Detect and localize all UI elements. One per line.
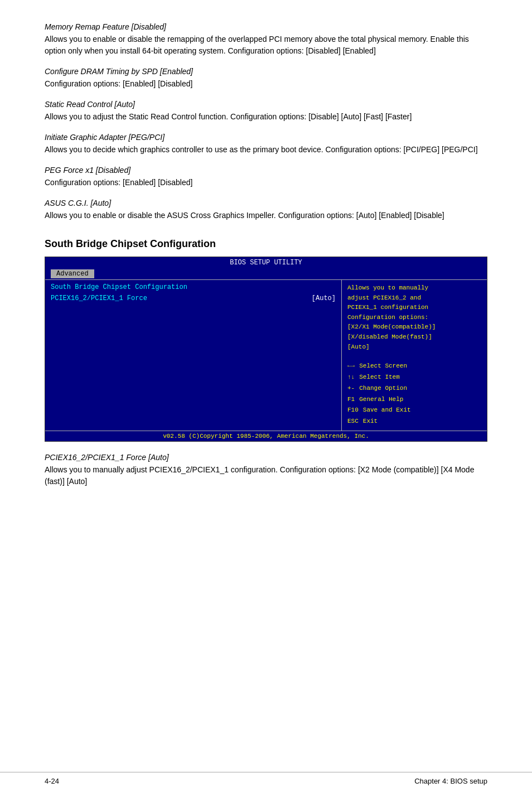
bios-pciex-label: PCIEX16_2/PCIEX1_1 Force: [51, 294, 147, 302]
bios-body: South Bridge Chipset Configuration PCIEX…: [45, 280, 487, 431]
bios-nav-screen: ←→ Select Screen: [347, 361, 481, 372]
bios-screen: BIOS SETUP UTILITY Advanced South Bridge…: [45, 257, 487, 442]
bios-nav-plusminus-icon: +-: [347, 383, 355, 394]
configure-dram-section: Configure DRAM Timing by SPD [Enabled] C…: [45, 67, 487, 90]
bios-nav-f10-key: F10: [347, 405, 359, 416]
bios-pciex-item: PCIEX16_2/PCIEX1_1 Force [Auto]: [51, 294, 336, 302]
bios-footer: v02.58 (C)Copyright 1985-2006, American …: [45, 431, 487, 441]
memory-remap-body: Allows you to enable or disable the rema…: [45, 33, 487, 57]
bios-title: BIOS SETUP UTILITY: [45, 257, 487, 268]
initiate-graphic-title: Initiate Graphic Adapter [PEG/PCI]: [45, 133, 487, 142]
bios-nav-item-select: ↑↓ Select Item: [347, 372, 481, 383]
bios-nav-arrows-icon: ←→: [347, 361, 355, 372]
bios-nav-f10-label: Save and Exit: [363, 405, 411, 416]
static-read-section: Static Read Control [Auto] Allows you to…: [45, 100, 487, 123]
bios-nav-f1-label: General Help: [359, 394, 403, 405]
south-bridge-heading: South Bridge Chipset Configuration: [45, 238, 487, 250]
memory-remap-section: Memory Remap Feature [Disabled] Allows y…: [45, 22, 487, 57]
peg-force-title: PEG Force x1 [Disabled]: [45, 166, 487, 175]
page-number: 4-24: [45, 777, 59, 785]
bios-tab-advanced[interactable]: Advanced: [51, 269, 94, 278]
bios-help-text: Allows you to manually adjust PCIEX16_2 …: [347, 283, 481, 352]
bios-nav: ←→ Select Screen ↑↓ Select Item +- Chang…: [347, 361, 481, 427]
bios-nav-f10: F10 Save and Exit: [347, 405, 481, 416]
pciex-body: Allows you to manually adjust PCIEX16_2/…: [45, 464, 487, 487]
bios-right-panel: Allows you to manually adjust PCIEX16_2 …: [342, 280, 487, 431]
static-read-body: Allows you to adjust the Static Read Con…: [45, 111, 487, 123]
peg-force-body: Configuration options: [Enabled] [Disabl…: [45, 177, 487, 189]
asus-cgi-section: ASUS C.G.I. [Auto] Allows you to enable …: [45, 199, 487, 221]
bios-nav-screen-label: Select Screen: [359, 361, 407, 372]
configure-dram-body: Configuration options: [Enabled] [Disabl…: [45, 78, 487, 90]
bios-nav-f1: F1 General Help: [347, 394, 481, 405]
bios-nav-esc-label: Exit: [363, 416, 378, 427]
bios-nav-esc-key: ESC: [347, 416, 359, 427]
initiate-graphic-body: Allows you to decide which graphics cont…: [45, 144, 487, 156]
bios-section-header: South Bridge Chipset Configuration: [51, 283, 336, 291]
asus-cgi-title: ASUS C.G.I. [Auto]: [45, 199, 487, 207]
bios-nav-f1-key: F1: [347, 394, 355, 405]
bios-pciex-value: [Auto]: [312, 294, 336, 302]
bios-tab-bar: Advanced: [45, 268, 487, 280]
asus-cgi-body: Allows you to enable or disable the ASUS…: [45, 210, 487, 221]
bios-left-panel: South Bridge Chipset Configuration PCIEX…: [45, 280, 342, 431]
memory-remap-title: Memory Remap Feature [Disabled]: [45, 22, 487, 31]
bios-nav-esc: ESC Exit: [347, 416, 481, 427]
pciex-title: PCIEX16_2/PCIEX1_1 Force [Auto]: [45, 453, 487, 462]
page-footer: 4-24 Chapter 4: BIOS setup: [0, 772, 532, 785]
bios-nav-change: +- Change Option: [347, 383, 481, 394]
bios-nav-updown-icon: ↑↓: [347, 372, 355, 383]
chapter-label: Chapter 4: BIOS setup: [414, 777, 487, 785]
bios-nav-item-label: Select Item: [359, 372, 400, 383]
peg-force-section: PEG Force x1 [Disabled] Configuration op…: [45, 166, 487, 189]
bios-nav-change-label: Change Option: [359, 383, 407, 394]
pciex-section: PCIEX16_2/PCIEX1_1 Force [Auto] Allows y…: [45, 453, 487, 487]
sections-container: Memory Remap Feature [Disabled] Allows y…: [45, 22, 487, 221]
static-read-title: Static Read Control [Auto]: [45, 100, 487, 109]
configure-dram-title: Configure DRAM Timing by SPD [Enabled]: [45, 67, 487, 76]
initiate-graphic-section: Initiate Graphic Adapter [PEG/PCI] Allow…: [45, 133, 487, 156]
